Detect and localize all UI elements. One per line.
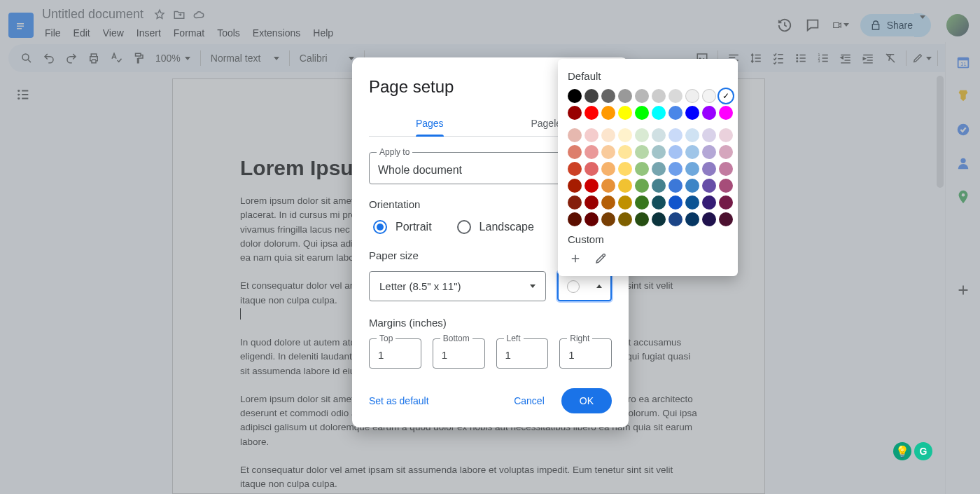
color-swatch[interactable] <box>702 128 716 142</box>
margin-top-input[interactable]: Top1 <box>369 338 421 369</box>
color-swatch[interactable] <box>635 106 649 120</box>
color-swatch[interactable] <box>601 195 615 210</box>
color-swatch[interactable] <box>568 195 582 210</box>
eyedropper-icon[interactable] <box>593 251 608 266</box>
color-swatch[interactable] <box>618 145 632 159</box>
color-swatch[interactable] <box>584 89 598 103</box>
color-swatch[interactable] <box>635 145 649 159</box>
color-swatch[interactable] <box>618 106 632 120</box>
color-swatch[interactable] <box>685 145 699 159</box>
color-swatch[interactable] <box>601 89 615 103</box>
orientation-portrait-radio[interactable]: Portrait <box>373 220 432 234</box>
margin-left-input[interactable]: Left1 <box>496 338 549 369</box>
tab-pages[interactable]: Pages <box>369 111 491 136</box>
color-swatch[interactable] <box>702 179 716 193</box>
color-swatch[interactable] <box>601 162 615 176</box>
color-swatch[interactable] <box>668 89 682 103</box>
color-swatch[interactable] <box>568 212 582 226</box>
color-custom-label: Custom <box>568 233 728 245</box>
color-swatch[interactable] <box>702 89 716 103</box>
color-swatch[interactable] <box>584 212 598 226</box>
color-swatch[interactable] <box>668 179 682 193</box>
color-swatch[interactable] <box>635 212 649 226</box>
color-swatch[interactable] <box>601 106 615 120</box>
color-swatch[interactable] <box>652 89 666 103</box>
color-swatch[interactable] <box>719 106 733 120</box>
color-swatch[interactable] <box>668 128 682 142</box>
color-swatch[interactable] <box>652 179 666 193</box>
color-swatch[interactable] <box>635 179 649 193</box>
color-swatch[interactable] <box>719 89 733 103</box>
color-swatch[interactable] <box>584 128 598 142</box>
color-swatch[interactable] <box>668 162 682 176</box>
color-swatch[interactable] <box>685 179 699 193</box>
color-swatch[interactable] <box>584 162 598 176</box>
color-swatch[interactable] <box>668 195 682 210</box>
page-color-swatch <box>567 280 580 293</box>
color-swatch[interactable] <box>618 128 632 142</box>
color-swatch[interactable] <box>702 162 716 176</box>
color-swatch[interactable] <box>584 106 598 120</box>
color-swatch[interactable] <box>668 145 682 159</box>
color-swatch[interactable] <box>635 195 649 210</box>
grammarly-badge-icon[interactable]: G <box>914 442 932 460</box>
color-swatch[interactable] <box>568 179 582 193</box>
color-swatch[interactable] <box>584 179 598 193</box>
grammarly-bulb-icon[interactable]: 💡 <box>893 442 911 460</box>
color-swatch[interactable] <box>568 106 582 120</box>
paper-size-select[interactable]: Letter (8.5" x 11") <box>369 271 546 301</box>
margin-bottom-input[interactable]: Bottom1 <box>433 338 485 369</box>
margin-right-input[interactable]: Right1 <box>559 338 612 369</box>
color-swatch[interactable] <box>635 162 649 176</box>
color-swatch[interactable] <box>601 145 615 159</box>
color-swatch[interactable] <box>719 162 733 176</box>
color-swatch[interactable] <box>685 212 699 226</box>
color-swatch[interactable] <box>635 89 649 103</box>
color-swatch[interactable] <box>652 162 666 176</box>
color-swatch[interactable] <box>685 106 699 120</box>
color-swatch[interactable] <box>618 195 632 210</box>
color-swatch[interactable] <box>719 195 733 210</box>
color-swatch[interactable] <box>685 128 699 142</box>
color-swatch[interactable] <box>652 212 666 226</box>
color-swatch[interactable] <box>702 145 716 159</box>
color-swatch[interactable] <box>568 89 582 103</box>
color-swatch[interactable] <box>702 195 716 210</box>
grammarly-widget[interactable]: 💡 G <box>893 442 932 460</box>
color-swatch[interactable] <box>719 179 733 193</box>
color-swatch[interactable] <box>568 128 582 142</box>
color-swatch[interactable] <box>719 145 733 159</box>
cancel-button[interactable]: Cancel <box>514 395 545 406</box>
color-swatch[interactable] <box>652 128 666 142</box>
color-swatch[interactable] <box>568 145 582 159</box>
color-swatch[interactable] <box>652 145 666 159</box>
color-swatch[interactable] <box>702 212 716 226</box>
add-custom-color-icon[interactable] <box>568 251 583 266</box>
color-swatch[interactable] <box>584 195 598 210</box>
color-swatch[interactable] <box>618 212 632 226</box>
color-swatch[interactable] <box>702 106 716 120</box>
color-swatch[interactable] <box>685 89 699 103</box>
color-swatch[interactable] <box>618 179 632 193</box>
set-as-default-button[interactable]: Set as default <box>369 395 429 406</box>
color-swatch[interactable] <box>719 212 733 226</box>
color-swatch[interactable] <box>584 145 598 159</box>
color-swatch[interactable] <box>601 179 615 193</box>
color-swatch[interactable] <box>719 128 733 142</box>
color-swatch[interactable] <box>601 128 615 142</box>
color-swatch[interactable] <box>601 212 615 226</box>
color-picker-popover: Default Custom <box>558 59 738 276</box>
orientation-landscape-radio[interactable]: Landscape <box>457 220 534 234</box>
color-swatch[interactable] <box>668 212 682 226</box>
color-swatch[interactable] <box>618 162 632 176</box>
color-swatch[interactable] <box>635 128 649 142</box>
color-default-label: Default <box>568 70 728 82</box>
color-swatch[interactable] <box>685 195 699 210</box>
ok-button[interactable]: OK <box>561 388 612 413</box>
color-swatch[interactable] <box>668 106 682 120</box>
color-swatch[interactable] <box>652 106 666 120</box>
color-swatch[interactable] <box>568 162 582 176</box>
color-swatch[interactable] <box>652 195 666 210</box>
color-swatch[interactable] <box>618 89 632 103</box>
color-swatch[interactable] <box>685 162 699 176</box>
